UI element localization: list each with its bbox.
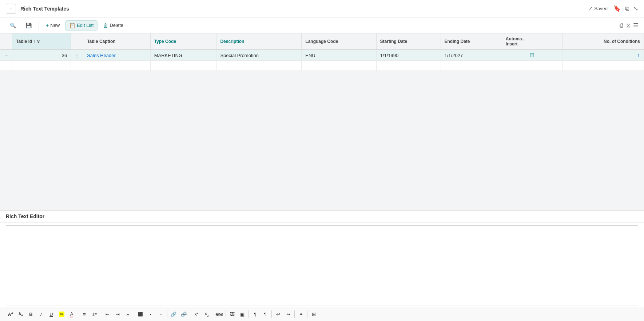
plus-icon: + bbox=[46, 23, 49, 28]
rte-italic-button[interactable]: / bbox=[36, 309, 46, 319]
filter-icon[interactable]: ⧖ bbox=[626, 22, 630, 29]
edit-list-button[interactable]: 📋 Edit List bbox=[65, 20, 98, 31]
rte-separator bbox=[213, 310, 213, 318]
rte-subscript-button[interactable]: x2 bbox=[202, 309, 211, 319]
th-type-code[interactable]: Type Code bbox=[150, 33, 216, 50]
rte-toolbar: AAAAB/U✏A≡1≡⇤⇥»⬛▪▫🔗🔗x2x2abc🖼▣¶¶↩↪✦⊞ bbox=[0, 307, 644, 321]
open-new-icon[interactable]: ⧉ bbox=[625, 5, 629, 12]
rte-separator bbox=[226, 310, 226, 318]
rte-align-center-button[interactable]: ▪ bbox=[146, 309, 155, 319]
top-right-icons: 🔖 ⧉ ⤡ bbox=[613, 5, 638, 12]
main-content: Table Id ↑ ∨ Table Caption Type Code Des… bbox=[0, 33, 644, 321]
rte-table-button[interactable]: ⊞ bbox=[309, 309, 318, 319]
th-table-caption[interactable]: Table Caption bbox=[83, 33, 151, 50]
th-no-conditions[interactable]: No. of Conditions bbox=[562, 33, 644, 50]
th-starting-date[interactable]: Starting Date bbox=[376, 33, 441, 50]
rte-clear-format-button[interactable]: ✦ bbox=[296, 309, 306, 319]
rte-bold-button[interactable]: B bbox=[26, 309, 36, 319]
delete-button[interactable]: 🗑 Delete bbox=[99, 20, 127, 31]
cell-no-conditions[interactable]: 1 bbox=[562, 50, 644, 61]
rte-special-char2-button[interactable]: ¶ bbox=[261, 309, 270, 319]
rte-redo-button[interactable]: ↪ bbox=[283, 309, 293, 319]
th-row-menu bbox=[71, 33, 83, 50]
columns-icon[interactable]: ☰ bbox=[633, 22, 638, 29]
rte-superscript-button[interactable]: x2 bbox=[192, 309, 201, 319]
rte-highlight-button[interactable]: ✏ bbox=[57, 309, 66, 319]
rte-numbered-button[interactable]: 1≡ bbox=[90, 309, 99, 319]
table-row[interactable]: → 36 ⋮ Sales Header MARKETING Special Pr… bbox=[0, 50, 644, 61]
rte-outdent-button[interactable]: ⇤ bbox=[103, 309, 112, 319]
rte-separator bbox=[271, 310, 272, 318]
rte-separator bbox=[134, 310, 134, 318]
rte-separator bbox=[101, 310, 101, 318]
cell-ending-date: 1/1/2027 bbox=[441, 50, 502, 61]
th-table-id[interactable]: Table Id ↑ ∨ bbox=[12, 33, 71, 50]
rte-font-shrink-button[interactable]: AA bbox=[16, 309, 25, 319]
check-icon: ✓ bbox=[589, 6, 593, 11]
row-arrow: → bbox=[0, 50, 12, 61]
rte-separator bbox=[249, 310, 249, 318]
cell-type-code: MARKETING bbox=[150, 50, 216, 61]
minimize-icon[interactable]: ⤡ bbox=[633, 5, 638, 12]
rte-font-grow-button[interactable]: AA bbox=[6, 309, 15, 319]
rte-separator bbox=[190, 310, 190, 318]
rte-image-inline-button[interactable]: ▣ bbox=[238, 309, 247, 319]
rte-separator bbox=[307, 310, 307, 318]
share-icon[interactable]: ⎙ bbox=[620, 22, 623, 29]
cell-auto-insert: ☑ bbox=[502, 50, 562, 61]
search-button[interactable]: 🔍 bbox=[6, 20, 20, 31]
page-title: Rich Text Templates bbox=[20, 6, 589, 12]
rte-unlink-button[interactable]: 🔗 bbox=[179, 309, 188, 319]
save-icon: 💾 bbox=[25, 23, 32, 28]
rte-underline-button[interactable]: U bbox=[47, 309, 56, 319]
toolbar-right: ⎙ ⧖ ☰ bbox=[620, 22, 638, 29]
separator bbox=[39, 21, 39, 30]
table-section: Table Id ↑ ∨ Table Caption Type Code Des… bbox=[0, 33, 644, 210]
rte-bullets-button[interactable]: ≡ bbox=[80, 309, 89, 319]
rte-separator bbox=[78, 310, 78, 318]
bookmark-icon[interactable]: 🔖 bbox=[613, 5, 621, 12]
rte-align-right-button[interactable]: ▫ bbox=[156, 309, 166, 319]
rte-special-char-button[interactable]: ¶ bbox=[250, 309, 260, 319]
rich-text-editor-section: Rich Text Editor AAAAB/U✏A≡1≡⇤⇥»⬛▪▫🔗🔗x2x… bbox=[0, 210, 644, 321]
th-auto-insert[interactable]: Automa...Insert bbox=[502, 33, 562, 50]
row-context-menu[interactable]: ⋮ bbox=[71, 50, 83, 61]
rte-undo-button[interactable]: ↩ bbox=[273, 309, 283, 319]
rte-separator bbox=[294, 310, 295, 318]
rte-link-button[interactable]: 🔗 bbox=[169, 309, 178, 319]
rich-text-templates-table: Table Id ↑ ∨ Table Caption Type Code Des… bbox=[0, 33, 644, 71]
cell-table-id: 36 bbox=[12, 50, 71, 61]
cell-starting-date: 1/1/1990 bbox=[376, 50, 441, 61]
new-button[interactable]: + New bbox=[42, 20, 64, 31]
save-button[interactable]: 💾 bbox=[21, 20, 36, 31]
rte-align-left-button[interactable]: ⬛ bbox=[136, 309, 145, 319]
cell-table-caption[interactable]: Sales Header bbox=[83, 50, 151, 61]
rte-font-color-button[interactable]: A bbox=[67, 309, 76, 319]
saved-status: ✓ Saved bbox=[589, 6, 608, 11]
rte-title: Rich Text Editor bbox=[0, 210, 644, 222]
rte-strikethrough-button[interactable]: abc bbox=[215, 309, 224, 319]
search-icon: 🔍 bbox=[10, 23, 16, 28]
cell-description: Special Promotion bbox=[216, 50, 302, 61]
th-language-code[interactable]: Language Code bbox=[302, 33, 376, 50]
rte-separator bbox=[167, 310, 167, 318]
back-button[interactable]: ← bbox=[6, 4, 16, 14]
trash-icon: 🗑 bbox=[103, 23, 108, 28]
rte-image-button[interactable]: 🖼 bbox=[227, 309, 237, 319]
table-row-empty bbox=[0, 61, 644, 71]
rte-indent-button[interactable]: ⇥ bbox=[113, 309, 122, 319]
th-description[interactable]: Description bbox=[216, 33, 302, 50]
table-header-row: Table Id ↑ ∨ Table Caption Type Code Des… bbox=[0, 33, 644, 50]
rte-quote-button[interactable]: » bbox=[123, 309, 132, 319]
cell-language-code: ENU bbox=[302, 50, 376, 61]
action-toolbar: 🔍 💾 + New 📋 Edit List 🗑 Delete ⎙ ⧖ ☰ bbox=[0, 17, 644, 33]
back-icon: ← bbox=[9, 6, 13, 11]
rte-body[interactable] bbox=[6, 225, 638, 305]
th-ending-date[interactable]: Ending Date bbox=[441, 33, 502, 50]
th-arrow bbox=[0, 33, 12, 50]
edit-list-icon: 📋 bbox=[69, 23, 75, 28]
top-bar: ← Rich Text Templates ✓ Saved 🔖 ⧉ ⤡ bbox=[0, 0, 644, 17]
